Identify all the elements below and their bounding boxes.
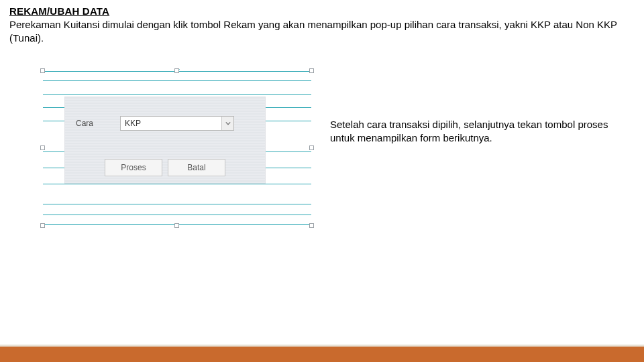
batal-button[interactable]: Batal (168, 159, 225, 176)
transaction-popup: Cara KKP Proses Batal (64, 97, 266, 184)
cara-select[interactable]: KKP (120, 116, 234, 131)
footer-bar (0, 345, 644, 362)
chevron-down-icon[interactable] (221, 117, 233, 130)
description-text: Setelah cara transaksi dipilih, selanjut… (330, 118, 621, 145)
description-column: Setelah cara transaksi dipilih, selanjut… (330, 71, 635, 145)
two-column-row: Cara KKP Proses Batal Se (9, 71, 635, 184)
screenshot-column: Cara KKP Proses Batal (9, 71, 311, 184)
intro-paragraph: Perekaman Kuitansi dimulai dengan klik t… (9, 18, 627, 46)
popup-button-row: Proses Batal (76, 159, 254, 176)
cara-select-wrap: KKP (120, 116, 234, 131)
section-heading: REKAM/UBAH DATA (9, 5, 635, 17)
proses-button[interactable]: Proses (105, 159, 162, 176)
content-area: REKAM/UBAH DATA Perekaman Kuitansi dimul… (0, 0, 644, 184)
cara-label: Cara (76, 119, 100, 128)
cara-field-row: Cara KKP (76, 116, 254, 131)
slide-page: REKAM/UBAH DATA Perekaman Kuitansi dimul… (0, 0, 644, 362)
